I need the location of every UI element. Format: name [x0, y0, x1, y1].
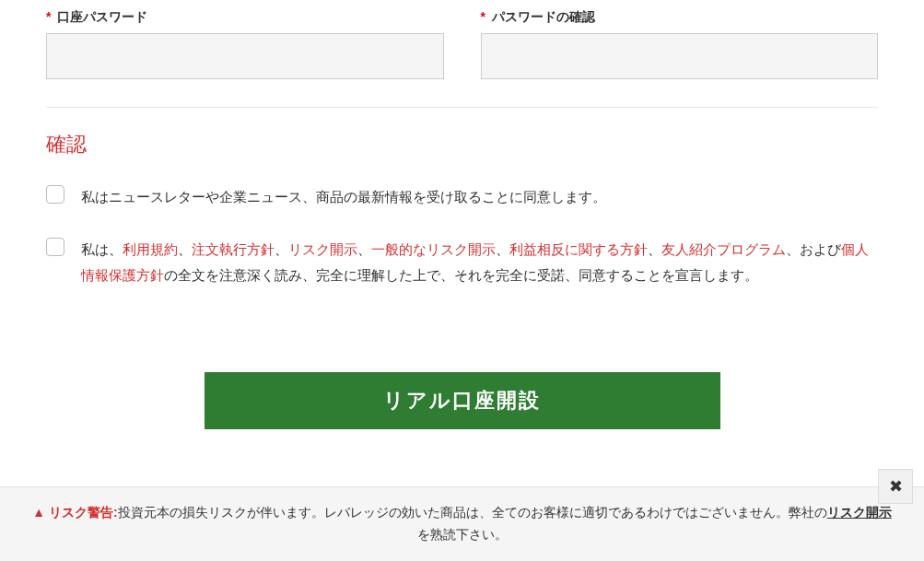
agreement-checkbox[interactable]	[46, 238, 64, 256]
sep-and: 、および	[786, 241, 841, 257]
password-confirm-group: * パスワードの確認	[481, 9, 879, 79]
password-label: * 口座パスワード	[46, 9, 444, 26]
divider	[46, 107, 878, 108]
required-mark: *	[481, 9, 485, 24]
password-confirm-label: * パスワードの確認	[481, 9, 879, 26]
password-confirm-input[interactable]	[481, 33, 879, 79]
risk-disc-link[interactable]: リスク開示	[288, 241, 357, 257]
terms-link[interactable]: 利用規約	[123, 241, 178, 257]
close-icon: ✖	[889, 473, 903, 501]
referral-link[interactable]: 友人紹介プログラム	[661, 241, 786, 257]
sep: 、	[496, 241, 509, 257]
password-group: * 口座パスワード	[46, 9, 444, 79]
sep: 、	[357, 241, 371, 257]
agreement-text: 私は、利用規約、注文執行方針、リスク開示、一般的なリスク開示、利益相反に関する方…	[81, 237, 878, 289]
sep: 、	[275, 241, 288, 257]
agreement-prefix: 私は、	[81, 241, 123, 257]
general-risk-link[interactable]: 一般的なリスク開示	[371, 241, 496, 257]
newsletter-checkbox[interactable]	[46, 185, 64, 204]
sep: 、	[178, 241, 192, 257]
newsletter-row: 私はニュースレターや企業ニュース、商品の最新情報を受け取ることに同意します。	[46, 184, 878, 211]
password-confirm-label-text: パスワードの確認	[492, 9, 595, 24]
password-input[interactable]	[46, 33, 444, 79]
required-mark: *	[46, 9, 51, 24]
password-label-text: 口座パスワード	[57, 9, 147, 24]
agreement-row: 私は、利用規約、注文執行方針、リスク開示、一般的なリスク開示、利益相反に関する方…	[46, 237, 878, 289]
conflict-link[interactable]: 利益相反に関する方針	[509, 241, 648, 257]
close-button[interactable]: ✖	[878, 469, 913, 502]
newsletter-text: 私はニュースレターや企業ニュース、商品の最新情報を受け取ることに同意します。	[81, 184, 606, 211]
risk-warning-bar: ✖ ▲リスク警告:投資元本の損失リスクが伴います。レバレッジの効いた商品は、全て…	[0, 486, 924, 502]
submit-button[interactable]: リアル口座開設	[205, 372, 720, 429]
order-exec-link[interactable]: 注文執行方針	[192, 241, 275, 257]
agreement-suffix: の全文を注意深く読み、完全に理解した上で、それを完全に受諾、同意することを宣言し…	[164, 267, 758, 283]
sep: 、	[648, 241, 661, 257]
confirm-section-title: 確認	[46, 131, 878, 158]
